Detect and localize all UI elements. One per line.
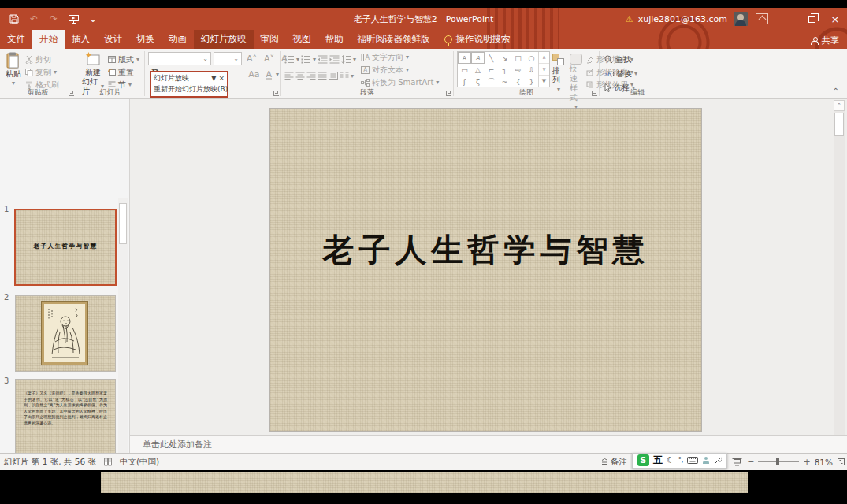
overlay-menu-item[interactable]: 重新开始幻灯片放映(B) [151,83,227,96]
distribute-icon[interactable] [329,72,338,80]
shape-arrow[interactable]: ↘ [498,52,511,64]
decrease-indent-icon[interactable] [318,55,328,64]
overlay-dropdown-icon[interactable]: ▼ [211,75,216,82]
line-spacing-icon[interactable] [341,55,351,64]
zoom-slider-thumb[interactable] [776,458,779,465]
overlay-close-icon[interactable]: × [218,74,225,82]
redo-icon[interactable]: ↷ [47,13,60,25]
numbering-icon[interactable] [301,55,311,64]
zoom-in-icon[interactable]: + [803,457,810,467]
slideshow-view-icon[interactable] [732,458,742,466]
language-indicator[interactable]: 中文(中国) [120,457,159,468]
paste-button[interactable]: 粘贴 ▾ [3,51,24,89]
shape-textbox[interactable]: A [458,52,471,64]
shape-freeform[interactable]: ʃ [458,76,471,87]
shrink-font-button[interactable]: A˅ [262,54,277,64]
shape-arc[interactable]: ⌒ [485,76,498,87]
align-right-icon[interactable] [306,72,316,80]
shape-left-brace[interactable]: { [511,76,525,87]
scroll-up-icon[interactable]: ⌃ [834,100,845,111]
wrench-icon[interactable] [714,457,722,465]
gallery-more-icon[interactable]: ▼ [539,76,549,87]
bullets-icon[interactable] [284,55,295,64]
tab-insert[interactable]: 插入 [65,30,97,49]
tab-foxit[interactable]: 福昕阅读器领鲜版 [351,30,437,49]
replace-button[interactable]: ab 替换▾ [603,68,639,80]
qat-customize-icon[interactable]: ⌄ [87,13,99,25]
avatar[interactable] [734,12,748,26]
thumbnail-scrollbar-thumb[interactable] [119,203,127,244]
thumbnail-slide-1[interactable]: 老子人生哲学与智慧 [16,210,115,284]
tab-home[interactable]: 开始 [32,30,65,49]
shape-vertical-textbox[interactable]: A [471,52,485,64]
copy-button[interactable]: 复制▾ [24,66,61,78]
tab-help[interactable]: 帮助 [318,30,351,49]
minimize-button[interactable]: — [776,8,800,30]
font-dialog-launcher[interactable] [273,91,279,96]
text-direction-button[interactable]: A 文字方向▾ [359,51,440,63]
shape-down-arrow[interactable]: ⇩ [525,64,538,76]
tab-animations[interactable]: 动画 [162,30,194,49]
moon-icon[interactable]: ☾ [667,455,674,465]
shape-right-arrow[interactable]: ⇨ [511,64,525,76]
shape-scribble[interactable]: ζ [471,76,485,87]
shape-elbow-arrow[interactable]: ┐ [498,64,511,76]
cut-button[interactable]: 剪切 [24,54,61,65]
proofing-icon[interactable] [104,458,112,466]
sogou-logo-icon[interactable]: S [637,454,649,466]
align-center-icon[interactable] [295,72,305,80]
notes-placeholder[interactable]: 单击此处添加备注 [143,439,212,450]
align-text-button[interactable]: A 对齐文本▾ [359,64,440,76]
align-left-icon[interactable] [284,72,294,80]
find-button[interactable]: 查找 [603,54,639,65]
gallery-scroll-up-icon[interactable]: ∧ [539,52,549,64]
shape-curve[interactable]: ~ [498,76,511,87]
paragraph-dialog-launcher[interactable] [446,91,451,96]
zoom-out-icon[interactable]: − [747,457,754,467]
columns-icon[interactable] [340,72,349,80]
wubi-mode-icon[interactable]: 五 [653,454,663,467]
tab-slideshow[interactable]: 幻灯片放映 [194,30,254,49]
notes-pane[interactable]: 单击此处添加备注 [130,435,847,453]
grow-font-button[interactable]: A˄ [244,54,259,64]
collapse-ribbon-icon[interactable]: ⌃ [833,87,839,95]
justify-icon[interactable] [318,72,327,80]
shape-triangle[interactable]: △ [471,64,485,76]
shape-elbow[interactable]: ⌐ [485,64,498,76]
tab-tell-me[interactable]: 操作说明搜索 [437,30,518,49]
account-info[interactable]: ⚠ xujie2801@163.com [626,14,727,24]
font-size-combobox[interactable]: ⌄ [214,52,242,65]
shape-rectangle[interactable]: □ [511,52,525,64]
thumbnail-slide-2[interactable] [16,296,115,371]
editor-scrollbar[interactable]: ⌃ [834,100,845,435]
drawing-dialog-launcher[interactable] [592,91,597,96]
clipboard-dialog-launcher[interactable] [69,91,74,96]
change-case-button[interactable]: Aa [246,69,262,80]
quick-styles-button[interactable]: 快速样式 ▾ [567,51,585,113]
slide-title-text[interactable]: 老子人生哲学与智慧 [270,228,701,272]
sogou-profile-icon[interactable] [702,457,710,465]
fit-to-window-icon[interactable] [837,458,845,466]
font-color-button[interactable]: A [264,69,273,80]
slide-canvas[interactable]: 老子人生哲学与智慧 [270,109,701,431]
thumbnail-slide-3[interactable]: 《老子》又名《道德经》，是先秦伟大思想家老子的著作。它以“道”为核心，以“法自然… [16,380,115,454]
slide-counter[interactable]: 幻灯片 第 1 张, 共 56 张 [4,457,96,468]
gallery-scroll-down-icon[interactable]: ∨ [539,64,549,76]
shape-line[interactable]: ╲ [485,52,498,64]
undo-icon[interactable]: ↶ [28,13,40,25]
editor-scrollbar-thumb[interactable] [834,113,844,136]
reset-button[interactable]: 重置 [106,66,141,78]
tab-transitions[interactable]: 切换 [129,30,162,49]
convert-smartart-button[interactable]: 转换为 SmartArt▾ [359,76,440,88]
zoom-slider[interactable] [758,461,799,462]
punctuation-icon[interactable]: °, [678,457,684,464]
save-icon[interactable] [8,13,20,25]
shape-right-brace[interactable]: } [525,76,538,87]
tab-review[interactable]: 审阅 [254,30,286,49]
increase-indent-icon[interactable] [329,55,340,64]
shape-rounded-rectangle[interactable]: ▭ [458,64,471,76]
layout-button[interactable]: 版式▾ [106,54,141,65]
close-button[interactable]: × [823,8,847,30]
zoom-level[interactable]: 81% [815,458,833,467]
keyboard-icon[interactable] [687,457,698,464]
